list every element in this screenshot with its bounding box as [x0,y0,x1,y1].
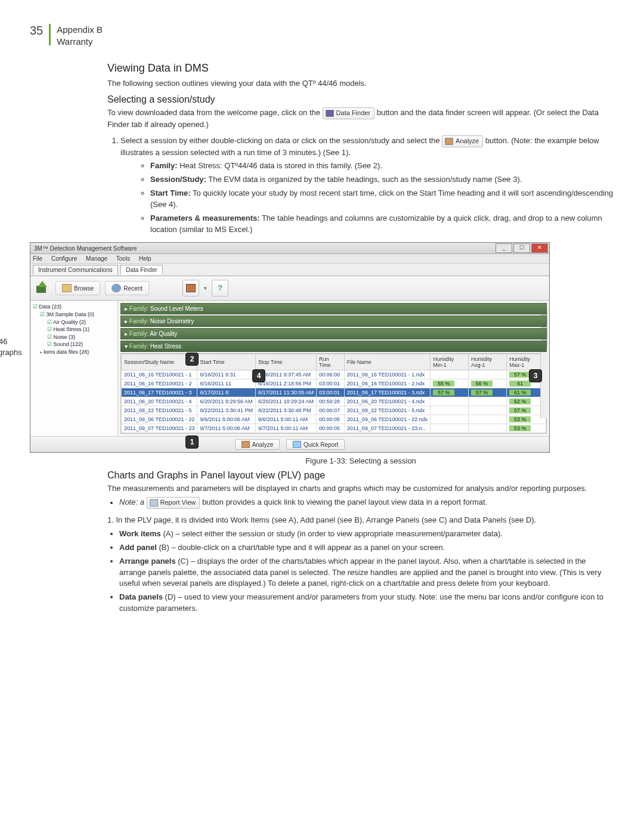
step1-bullets: Family: Heat Stress: QTº44/46 data is st… [138,160,614,235]
sessions-table: Session/Study Name Start Time Stop Time … [120,353,547,434]
table-row[interactable]: 2011_06_16 TED100021 - 16/16/2011 9:316/… [122,370,546,379]
figure-1-33: Double-click to select/view QTº44/46 dat… [0,242,614,453]
analyze-button-inline[interactable]: Analyze [442,135,483,147]
callout-2: 2 [185,353,199,366]
menu-file[interactable]: File [33,255,42,262]
heading-plv: Charts and Graphs in Panel layout view (… [107,470,614,481]
menu-configure[interactable]: Configure [51,255,77,262]
app-window: 3M™ Detection Management Software _ ☐ ✕ … [30,242,550,453]
toolbar: Browse Recent ▾ [30,276,549,301]
header-titles: Appendix B Warranty [57,24,103,47]
tree-view[interactable]: Data (23) 3M Sample Data (0) Air Quality… [30,301,118,436]
help-button[interactable] [212,280,228,296]
recent-icon [112,284,121,292]
bullet-start: Start Time: To quickly locate your study… [150,188,614,211]
tree-data[interactable]: Data (23) [33,303,116,311]
titlebar: 3M™ Detection Management Software _ ☐ ✕ [30,243,549,254]
header-rule [49,24,51,45]
family-slm[interactable]: ▸ Family: Sound Level Meters [120,303,547,314]
col-stop-time[interactable]: Stop Time [256,354,317,370]
col-havg[interactable]: Humidity Avg-1 [469,354,507,370]
steps-list: Select a session by either double-clicki… [107,135,614,236]
plv-intro: The measurements and parameters will be … [107,483,614,495]
window-restore-button[interactable]: ☐ [513,243,530,253]
tab-data-finder[interactable]: Data Finder [120,265,162,274]
table-row[interactable]: 2011_09_06 TED100021 - 229/6/2011 5:00:0… [122,415,546,424]
window-title: 3M™ Detection Management Software [32,245,137,252]
tree-air[interactable]: Air Quality (2) [33,319,116,326]
data-finder-button[interactable]: Data Finder [323,107,374,119]
bullet-session: Session/Study: The EVM data is organized… [150,174,614,186]
callout-3: 3 [529,369,542,382]
tree-noise[interactable]: Noise (3) [33,333,116,341]
bullet-add-panel: Add panel (B) – double-click on a chart/… [119,542,614,554]
report-icon [293,441,301,448]
callout-4: 4 [252,369,265,382]
plv-1: 1. In the PLV page, it is divided into W… [107,515,614,526]
col-start-time[interactable]: Start Time [197,354,256,370]
page-header: 35 Appendix B Warranty [30,24,614,47]
page-number: 35 [30,24,43,38]
table-row[interactable]: 2011_06_17 TED100021 - 36/17/2011 8:6/17… [122,388,546,397]
bullet-data-panels: Data panels (D) – used to view your meas… [119,592,614,614]
menu-tools[interactable]: Tools [116,255,130,262]
window-minimize-button[interactable]: _ [496,243,512,253]
p1a: To view downloaded data from the welcome… [107,108,323,117]
note-post: button provides a quick link to viewing … [202,498,487,507]
table-row[interactable]: 2011_09_07 TED100021 - 239/7/2011 5:00:0… [122,424,546,433]
callout-1: 1 [185,435,199,449]
step-1: Select a session by either double-clicki… [120,135,614,236]
plv-bullets: Work items (A) – select either the sessi… [107,529,614,614]
tab-strip: Instrument Communications Data Finder [30,264,549,276]
quick-report-button[interactable]: Quick Report [286,439,345,450]
col-hmin[interactable]: Humidity Min-1 [431,354,469,370]
note-report-view: Note: a Report View button provides a qu… [119,497,614,509]
para-datafinder: To view downloaded data from the welcome… [107,107,614,131]
tab-instrument-comm[interactable]: Instrument Communications [33,265,118,274]
header-line1: Appendix B [57,24,103,36]
heading-viewing: Viewing Data in DMS [107,62,614,75]
calendar-button[interactable] [182,280,199,296]
col-file-name[interactable]: File Name [344,354,430,370]
analyze-button[interactable]: Analyze [235,439,280,450]
window-close-button[interactable]: ✕ [531,243,548,253]
window-controls: _ ☐ ✕ [496,243,548,253]
footer-bar: Analyze Quick Report [30,436,549,452]
heading-selecting: Selecting a session/study [107,94,614,105]
header-line2: Warranty [57,36,103,48]
tree-sound[interactable]: Sound (122) [33,341,116,348]
note-list: Note: a Report View button provides a qu… [107,497,614,509]
families-pane: ▸ Family: Sound Level Meters ▸ Family: N… [118,301,549,436]
step1-a: Select a session by either double-clicki… [120,136,442,145]
bullet-family: Family: Heat Stress: QTº44/46 data is st… [150,160,614,172]
menu-manage[interactable]: Manage [86,255,107,262]
note-pre: Note: a [119,498,147,507]
table-row[interactable]: 2011_06_16 TED100021 - 26/16/2011 116/16… [122,379,546,388]
table-row[interactable]: 2011_06_20 TED100021 - 46/20/2011 9:29:5… [122,397,546,406]
tree-kens[interactable]: kens data files (28) [33,348,116,356]
tree-sample[interactable]: 3M Sample Data (0) [33,311,116,319]
col-run-time[interactable]: Run Time [317,354,345,370]
home-icon[interactable] [34,281,51,295]
bullet-params: Parameters & measurements: The table hea… [150,213,614,236]
family-heat-stress[interactable]: ▾ Family: Heat Stress [120,341,547,352]
tree-heat[interactable]: Heat Stress (1) [33,326,116,333]
figure-caption: Figure 1-33: Selecting a session [107,456,614,465]
bullet-arrange-panels: Arrange panels (C) – displays the order … [119,556,614,590]
menu-bar: File Configure Manage Tools Help [30,254,549,264]
recent-button[interactable]: Recent [105,281,149,295]
table-row[interactable]: 2011_08_22 TED100021 - 58/22/2011 3:30:4… [122,406,546,415]
bullet-work-items: Work items (A) – select either the sessi… [119,529,614,540]
side-annotation: Double-click to select/view QTº44/46 dat… [0,326,24,357]
report-view-button[interactable]: Report View [147,497,200,509]
chart-icon [242,441,250,448]
menu-help[interactable]: Help [139,255,151,262]
split-pane: Data (23) 3M Sample Data (0) Air Quality… [30,301,549,436]
family-dosimetry[interactable]: ▸ Family: Noise Dosimetry [120,316,547,327]
intro-text: The following section outlines viewing y… [107,78,614,89]
folder-icon [62,284,72,292]
family-air-quality[interactable]: ▸ Family: Air Quality [120,328,547,339]
browse-button[interactable]: Browse [55,281,100,295]
